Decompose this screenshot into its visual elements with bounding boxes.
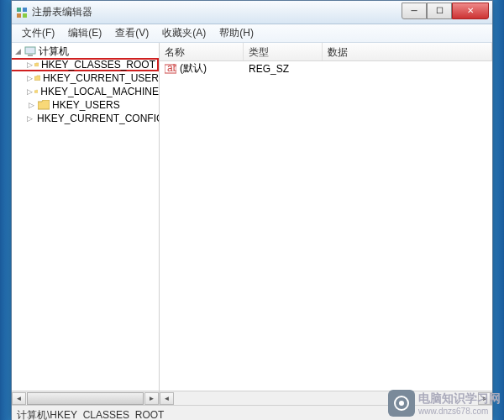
tree-node-hkcr[interactable]: ▷ HKEY_CLASSES_ROOT xyxy=(12,58,159,71)
tree-label: HKEY_CURRENT_CONFIG xyxy=(37,113,160,124)
svg-text:ab: ab xyxy=(167,63,176,74)
menu-view[interactable]: 查看(V) xyxy=(108,24,155,42)
scroll-left-button[interactable]: ◄ xyxy=(12,392,26,405)
content-area: ◢ 计算机 ▷ HKEY_CLASSES_ROOT ▷ HKEY_CURRENT… xyxy=(12,43,492,391)
svg-rect-0 xyxy=(17,8,21,12)
menubar: 文件(F) 编辑(E) 查看(V) 收藏夹(A) 帮助(H) xyxy=(12,24,492,43)
list-row[interactable]: ab (默认) REG_SZ xyxy=(160,61,492,76)
menu-favorites[interactable]: 收藏夹(A) xyxy=(155,24,213,42)
watermark-title: 电脑知识学习网 xyxy=(418,391,501,407)
maximize-button[interactable]: ☐ xyxy=(427,3,452,19)
window-title: 注册表编辑器 xyxy=(32,5,402,19)
tree-label: HKEY_CLASSES_ROOT xyxy=(41,59,155,71)
folder-icon xyxy=(34,73,40,83)
column-name[interactable]: 名称 xyxy=(160,43,244,60)
menu-edit[interactable]: 编辑(E) xyxy=(61,24,108,42)
watermark-icon xyxy=(388,390,415,417)
tree-node-hkcu[interactable]: ▷ HKEY_CURRENT_USER xyxy=(12,71,159,85)
svg-rect-4 xyxy=(25,47,35,54)
tree-node-hkcc[interactable]: ▷ HKEY_CURRENT_CONFIG xyxy=(12,112,159,125)
list-header: 名称 类型 数据 xyxy=(160,43,492,61)
folder-icon xyxy=(34,87,38,97)
string-value-icon: ab xyxy=(165,63,176,75)
tree-scrollbar: ◄ ► xyxy=(12,391,160,405)
value-name: (默认) xyxy=(180,61,207,76)
tree-label: 计算机 xyxy=(39,45,69,59)
close-button[interactable]: ✕ xyxy=(452,3,489,19)
expand-icon[interactable]: ▷ xyxy=(27,101,36,110)
tree-label: HKEY_USERS xyxy=(52,99,120,111)
scroll-right-button[interactable]: ► xyxy=(144,392,159,405)
expand-icon[interactable]: ▷ xyxy=(27,60,33,70)
folder-icon xyxy=(34,60,39,70)
computer-icon xyxy=(24,46,36,56)
status-path: 计算机\HKEY_CLASSES_ROOT xyxy=(17,409,164,420)
menu-file[interactable]: 文件(F) xyxy=(15,24,61,42)
scroll-thumb[interactable] xyxy=(27,392,144,405)
expand-icon[interactable]: ▷ xyxy=(27,74,33,83)
svg-point-9 xyxy=(399,401,404,406)
minimize-button[interactable]: ─ xyxy=(402,3,427,19)
svg-rect-1 xyxy=(23,8,27,12)
tree-node-root[interactable]: ◢ 计算机 xyxy=(12,45,159,58)
values-panel: 名称 类型 数据 ab (默认) REG_SZ xyxy=(160,43,492,391)
watermark-url: www.dnzs678.com xyxy=(418,407,501,416)
list-body: ab (默认) REG_SZ xyxy=(160,61,492,391)
column-type[interactable]: 类型 xyxy=(244,43,323,60)
registry-tree: ◢ 计算机 ▷ HKEY_CLASSES_ROOT ▷ HKEY_CURRENT… xyxy=(12,43,159,127)
cell-type: REG_SZ xyxy=(244,63,323,75)
tree-node-hklm[interactable]: ▷ HKEY_LOCAL_MACHINE xyxy=(12,85,159,98)
tree-node-hku[interactable]: ▷ HKEY_USERS xyxy=(12,98,159,112)
cell-name: ab (默认) xyxy=(160,61,244,76)
menu-help[interactable]: 帮助(H) xyxy=(213,24,260,42)
expand-icon[interactable]: ▷ xyxy=(27,114,33,123)
folder-icon xyxy=(38,100,50,110)
watermark: 电脑知识学习网 www.dnzs678.com xyxy=(388,390,501,417)
window-controls: ─ ☐ ✕ xyxy=(402,3,489,19)
svg-rect-3 xyxy=(23,13,27,18)
titlebar[interactable]: 注册表编辑器 ─ ☐ ✕ xyxy=(12,1,492,24)
expand-icon[interactable]: ▷ xyxy=(27,87,33,97)
column-data[interactable]: 数据 xyxy=(323,43,492,60)
tree-label: HKEY_LOCAL_MACHINE xyxy=(40,86,159,97)
expand-icon[interactable]: ◢ xyxy=(13,47,23,56)
tree-label: HKEY_CURRENT_USER xyxy=(43,72,159,84)
watermark-text-block: 电脑知识学习网 www.dnzs678.com xyxy=(418,391,501,416)
regedit-window: 注册表编辑器 ─ ☐ ✕ 文件(F) 编辑(E) 查看(V) 收藏夹(A) 帮助… xyxy=(11,0,493,420)
app-icon xyxy=(15,6,29,19)
svg-rect-5 xyxy=(28,55,33,56)
tree-panel: ◢ 计算机 ▷ HKEY_CLASSES_ROOT ▷ HKEY_CURRENT… xyxy=(12,43,160,391)
scroll-left-button[interactable]: ◄ xyxy=(160,392,174,405)
svg-rect-2 xyxy=(17,13,21,18)
